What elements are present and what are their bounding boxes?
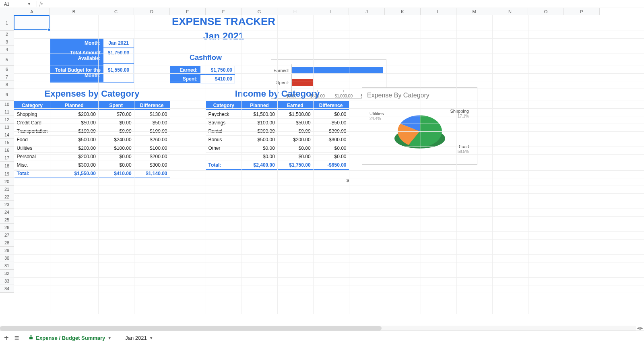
row-header-21[interactable]: 21 — [0, 186, 14, 193]
row-header-25[interactable]: 25 — [0, 216, 14, 224]
row-header-2[interactable]: 2 — [0, 31, 14, 38]
summary-box: Month:Jan 2021 Total Amount Available:$1… — [50, 38, 134, 83]
col-header: Difference — [134, 101, 170, 110]
expense-pie-chart[interactable]: Expense By Category Shopping17.1%Food58.… — [362, 87, 477, 165]
table-row[interactable]: Shopping$200.00$70.00$130.00 — [14, 110, 170, 119]
row-header-5[interactable]: 5 — [0, 54, 14, 66]
row-header-10[interactable]: 10 — [0, 101, 14, 108]
spreadsheet-grid[interactable]: ABCDEFGHIJKLMNOP 12345678910111213141516… — [0, 8, 644, 314]
col-header-J[interactable]: J — [349, 8, 385, 15]
col-header: Category — [206, 101, 242, 110]
svg-text:24.4%: 24.4% — [369, 116, 381, 121]
col-header-G[interactable]: G — [242, 8, 277, 15]
row-header-30[interactable]: 30 — [0, 254, 14, 262]
row-header-29[interactable]: 29 — [0, 247, 14, 254]
col-header: Difference — [313, 101, 349, 110]
summary-budget-value[interactable]: $1,550.00 — [103, 63, 134, 83]
row-header-23[interactable]: 23 — [0, 201, 14, 209]
col-header-F[interactable]: F — [206, 8, 242, 15]
col-header-L[interactable]: L — [421, 8, 456, 15]
col-header-C[interactable]: C — [98, 8, 134, 15]
row-header-3[interactable]: 3 — [0, 38, 14, 46]
summary-budget-label: Total Budget for the Month: — [50, 63, 103, 83]
col-header-M[interactable]: M — [456, 8, 492, 15]
row-header-11[interactable]: 11 — [0, 108, 14, 116]
table-row[interactable]: Personal$200.00$0.00$200.00 — [14, 153, 170, 161]
col-header: Planned — [50, 101, 98, 110]
summary-avail-value[interactable]: $1,750.00 — [103, 48, 134, 63]
row-header-17[interactable]: 17 — [0, 154, 14, 162]
row-header-9[interactable]: 9 — [0, 89, 14, 101]
col-header-B[interactable]: B — [50, 8, 98, 15]
name-box-dropdown-icon[interactable]: ▼ — [27, 2, 31, 6]
row-header-4[interactable]: 4 — [0, 46, 14, 54]
col-header-P[interactable]: P — [564, 8, 600, 15]
col-header-O[interactable]: O — [528, 8, 564, 15]
row-header-33[interactable]: 33 — [0, 277, 14, 285]
row-header-13[interactable]: 13 — [0, 124, 14, 131]
select-all-corner[interactable] — [0, 8, 14, 15]
col-header: Spent — [98, 101, 134, 110]
row-headers[interactable]: 1234567891011121314151617181920212223242… — [0, 15, 14, 293]
row-header-32[interactable]: 32 — [0, 270, 14, 277]
row-header-19[interactable]: 19 — [0, 170, 14, 178]
active-cell-selection — [14, 15, 50, 30]
row-header-12[interactable]: 12 — [0, 116, 14, 124]
row-header-20[interactable]: 20 — [0, 178, 14, 186]
svg-text:Earned:: Earned: — [273, 68, 289, 73]
expenses-section-title: Expenses by Category — [14, 89, 170, 101]
table-row[interactable]: Food$500.00$240.00$260.00 — [14, 136, 170, 144]
formula-bar: A1 ▼ fx — [0, 0, 644, 8]
row-header-18[interactable]: 18 — [0, 162, 14, 170]
row-header-22[interactable]: 22 — [0, 193, 14, 201]
fx-icon: fx — [37, 1, 45, 7]
svg-text:Utilities: Utilities — [369, 111, 384, 116]
sheet-title: EXPENSE TRACKER — [98, 15, 349, 31]
sheet-subtitle: Jan 2021 — [98, 31, 349, 38]
table-row[interactable]: Credit Card$50.00$0.00$50.00 — [14, 119, 170, 127]
column-headers[interactable]: ABCDEFGHIJKLMNOP — [14, 8, 644, 15]
col-header-I[interactable]: I — [313, 8, 349, 15]
col-header: Planned — [242, 101, 277, 110]
svg-rect-3 — [292, 79, 313, 86]
table-row[interactable]: Utilities$200.00$100.00$100.00 — [14, 144, 170, 153]
col-header-H[interactable]: H — [277, 8, 313, 15]
svg-text:58.5%: 58.5% — [458, 149, 469, 154]
row-header-8[interactable]: 8 — [0, 81, 14, 89]
row-header-14[interactable]: 14 — [0, 131, 14, 139]
row-header-31[interactable]: 31 — [0, 262, 14, 270]
col-header: Category — [14, 101, 50, 110]
col-header-E[interactable]: E — [170, 8, 206, 15]
svg-text:Shopping: Shopping — [450, 109, 469, 114]
stray-cell[interactable]: $ — [313, 178, 349, 186]
row-header-34[interactable]: 34 — [0, 285, 14, 293]
summary-avail-label: Total Amount Available: — [50, 48, 103, 63]
col-header-A[interactable]: A — [14, 8, 50, 15]
col-header-D[interactable]: D — [134, 8, 170, 15]
formula-input[interactable] — [49, 0, 642, 8]
col-header-K[interactable]: K — [385, 8, 421, 15]
name-box[interactable]: A1 — [2, 2, 24, 6]
col-header: Earned — [277, 101, 313, 110]
row-header-15[interactable]: 15 — [0, 139, 14, 147]
row-header-24[interactable]: 24 — [0, 209, 14, 216]
row-header-27[interactable]: 27 — [0, 231, 14, 239]
row-header-7[interactable]: 7 — [0, 73, 14, 81]
row-header-16[interactable]: 16 — [0, 147, 14, 154]
expenses-table[interactable]: CategoryPlannedSpentDifferenceShopping$2… — [14, 101, 170, 178]
row-header-28[interactable]: 28 — [0, 239, 14, 247]
summary-month-value[interactable]: Jan 2021 — [103, 38, 134, 48]
row-header-6[interactable]: 6 — [0, 66, 14, 73]
cashflow-spent-label: Spent: — [170, 74, 200, 83]
col-header-N[interactable]: N — [492, 8, 528, 15]
cells-area[interactable]: EXPENSE TRACKER Jan 2021 Month:Jan 2021 … — [14, 15, 644, 314]
row-header-26[interactable]: 26 — [0, 224, 14, 231]
row-header-1[interactable]: 1 — [0, 15, 14, 31]
summary-month-label: Month: — [50, 38, 103, 48]
